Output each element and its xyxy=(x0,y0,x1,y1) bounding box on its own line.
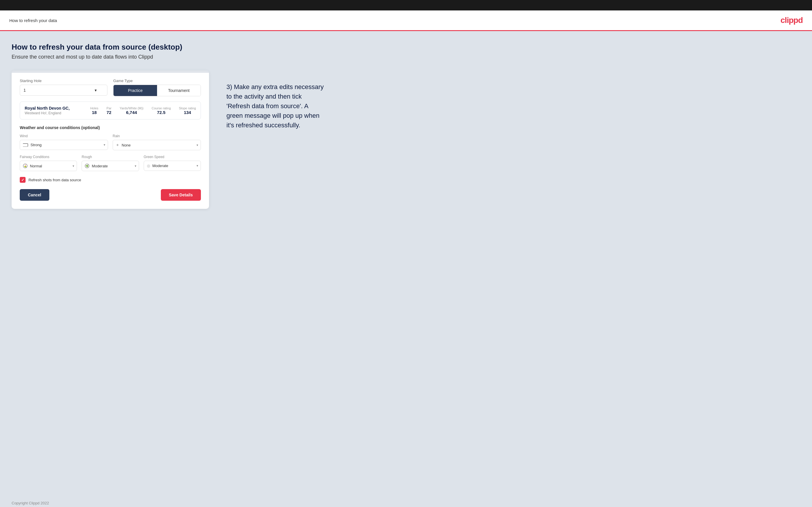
green-speed-dropdown[interactable]: ◎ Moderate ▾ xyxy=(144,161,201,171)
game-type-label: Game Type xyxy=(113,78,201,83)
refresh-checkbox-label: Refresh shots from data source xyxy=(29,178,81,182)
green-speed-label: Green Speed xyxy=(144,155,201,159)
side-text-content: 3) Make any extra edits necessary to the… xyxy=(226,82,325,130)
rain-icon: ✦ xyxy=(116,143,119,147)
weather-row: Wind Strong ▾ Rain ✦ None ▾ xyxy=(20,134,201,150)
course-location: Westward Ho!, England xyxy=(25,111,70,115)
header: How to refresh your data clippd xyxy=(0,10,812,31)
rough-label: Rough xyxy=(82,155,139,159)
green-speed-field: Green Speed ◎ Moderate ▾ xyxy=(144,155,201,171)
green-speed-chevron: ▾ xyxy=(197,164,198,168)
wind-value: Strong xyxy=(31,143,42,147)
course-rating-label: Course rating xyxy=(152,106,171,110)
cancel-button[interactable]: Cancel xyxy=(20,189,49,201)
par-value: 72 xyxy=(107,110,111,115)
game-type-field: Game Type Practice Tournament xyxy=(113,78,201,96)
rain-value: None xyxy=(122,143,131,147)
yards-value: 6,744 xyxy=(119,110,143,115)
starting-hole-chevron: ▾ xyxy=(95,88,97,93)
course-info: Royal North Devon GC, Westward Ho!, Engl… xyxy=(25,106,70,115)
course-name: Royal North Devon GC, xyxy=(25,106,70,111)
top-bar xyxy=(0,0,812,10)
conditions-row2: Fairway Conditions ⛳ Normal ▾ Rough 🌿 Mo… xyxy=(20,155,201,171)
rough-dropdown[interactable]: 🌿 Moderate ▾ xyxy=(82,161,139,171)
rough-chevron: ▾ xyxy=(135,164,137,168)
main-content: How to refresh your data from source (de… xyxy=(0,31,812,496)
rain-field: Rain ✦ None ▾ xyxy=(113,134,201,150)
side-text: 3) Make any extra edits necessary to the… xyxy=(226,70,325,130)
fairway-field: Fairway Conditions ⛳ Normal ▾ xyxy=(20,155,77,171)
slope-rating-value: 134 xyxy=(179,110,196,115)
rough-field: Rough 🌿 Moderate ▾ xyxy=(82,155,139,171)
holes-label: Holes xyxy=(90,106,98,110)
footer: Copyright Clippd 2022 xyxy=(0,496,812,507)
starting-hole-value: 1 xyxy=(23,88,26,93)
green-speed-icon: ◎ xyxy=(147,164,150,168)
green-speed-value: Moderate xyxy=(152,164,168,168)
fairway-icon: ⛳ xyxy=(23,164,28,168)
par-label: Par xyxy=(107,106,111,110)
starting-hole-select[interactable]: 1 ▾ xyxy=(20,85,107,96)
game-type-toggle: Practice Tournament xyxy=(113,85,201,96)
stat-yards: Yards/White (M)) 6,744 xyxy=(119,106,143,115)
stat-slope-rating: Slope rating 134 xyxy=(179,106,196,115)
checkbox-row: Refresh shots from data source xyxy=(20,177,201,183)
top-field-group: Starting Hole 1 ▾ Game Type Practice Tou… xyxy=(20,78,201,96)
wind-field: Wind Strong ▾ xyxy=(20,134,108,150)
slope-rating-label: Slope rating xyxy=(179,106,196,110)
rough-value: Moderate xyxy=(92,164,108,168)
stat-course-rating: Course rating 72.5 xyxy=(152,106,171,115)
button-row: Cancel Save Details xyxy=(20,189,201,201)
starting-hole-label: Starting Hole xyxy=(20,78,107,83)
fairway-value: Normal xyxy=(30,164,42,168)
starting-hole-field: Starting Hole 1 ▾ xyxy=(20,78,107,96)
rain-label: Rain xyxy=(113,134,201,138)
page-heading: How to refresh your data from source (de… xyxy=(12,43,800,52)
holes-value: 18 xyxy=(90,110,98,115)
course-stats: Holes 18 Par 72 Yards/White (M)) 6,744 C… xyxy=(90,106,196,115)
copyright: Copyright Clippd 2022 xyxy=(12,501,49,505)
yards-label: Yards/White (M)) xyxy=(119,106,143,110)
rough-icon: 🌿 xyxy=(85,164,89,168)
weather-section-title: Weather and course conditions (optional) xyxy=(20,125,201,130)
page-subheading: Ensure the correct and most up to date d… xyxy=(12,54,800,60)
wind-icon xyxy=(23,143,28,147)
wind-label: Wind xyxy=(20,134,108,138)
tournament-toggle-btn[interactable]: Tournament xyxy=(157,85,201,96)
save-button[interactable]: Save Details xyxy=(161,189,201,201)
stat-holes: Holes 18 xyxy=(90,106,98,115)
header-title: How to refresh your data xyxy=(9,18,57,23)
practice-toggle-btn[interactable]: Practice xyxy=(113,85,157,96)
refresh-checkbox[interactable] xyxy=(20,177,26,183)
form-card: Starting Hole 1 ▾ Game Type Practice Tou… xyxy=(12,70,209,209)
logo: clippd xyxy=(781,16,803,25)
wind-dropdown[interactable]: Strong ▾ xyxy=(20,140,108,150)
wind-chevron: ▾ xyxy=(104,143,105,147)
rain-dropdown[interactable]: ✦ None ▾ xyxy=(113,140,201,150)
fairway-dropdown[interactable]: ⛳ Normal ▾ xyxy=(20,161,77,171)
content-row: Starting Hole 1 ▾ Game Type Practice Tou… xyxy=(12,70,800,209)
course-row: Royal North Devon GC, Westward Ho!, Engl… xyxy=(20,102,201,119)
rain-chevron: ▾ xyxy=(197,143,198,147)
stat-par: Par 72 xyxy=(107,106,111,115)
form-card-top-strip xyxy=(12,70,209,73)
course-rating-value: 72.5 xyxy=(152,110,171,115)
fairway-label: Fairway Conditions xyxy=(20,155,77,159)
fairway-chevron: ▾ xyxy=(72,164,74,168)
